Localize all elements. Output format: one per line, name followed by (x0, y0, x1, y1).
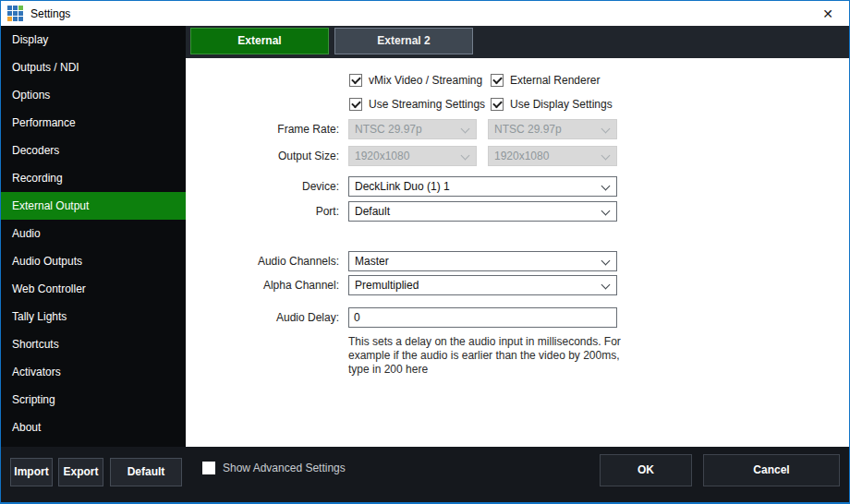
sidebar-item-performance[interactable]: Performance (1, 109, 186, 137)
export-button[interactable]: Export (58, 458, 103, 486)
sidebar-item-tally-lights[interactable]: Tally Lights (1, 303, 186, 330)
default-button[interactable]: Default (110, 458, 182, 486)
cancel-button[interactable]: Cancel (703, 454, 840, 486)
chevron-down-icon (601, 281, 611, 290)
chevron-down-icon (461, 151, 470, 161)
external-output-panel: vMix Video / Streaming External Renderer… (186, 58, 849, 447)
alpha-channel-dropdown[interactable]: Premultiplied (348, 275, 617, 295)
chevron-down-icon (601, 207, 611, 216)
audio-channels-label: Audio Channels: (186, 251, 339, 271)
alpha-channel-label: Alpha Channel: (186, 275, 339, 295)
footer-bar: Import Export Default Show Advanced Sett… (1, 447, 849, 502)
audio-channels-value: Master (355, 255, 389, 268)
frame-rate-label: Frame Rate: (186, 119, 339, 139)
port-dropdown[interactable]: Default (348, 201, 617, 222)
sidebar-item-web-controller[interactable]: Web Controller (1, 275, 186, 303)
external-tabs-bar: External External 2 (186, 26, 849, 58)
output-size-value-2: 1920x1080 (494, 150, 549, 162)
device-value: DeckLink Duo (1) 1 (355, 180, 450, 193)
sidebar-item-outputs-ndi[interactable]: Outputs / NDI (1, 54, 186, 81)
import-button[interactable]: Import (10, 458, 53, 486)
tab-external[interactable]: External (190, 28, 329, 54)
use-display-settings-label: Use Display Settings (510, 98, 613, 111)
sidebar-item-audio-outputs[interactable]: Audio Outputs (1, 247, 186, 275)
output-size-label: Output Size: (186, 146, 339, 166)
frame-rate-dropdown-1: NTSC 29.97p (348, 119, 477, 139)
port-label: Port: (186, 201, 339, 222)
frame-rate-value-1: NTSC 29.97p (355, 123, 422, 136)
window-title: Settings (30, 7, 70, 20)
external-renderer-label: External Renderer (510, 74, 600, 87)
settings-sidebar: Display Outputs / NDI Options Performanc… (1, 26, 186, 447)
sidebar-item-options[interactable]: Options (1, 81, 186, 109)
external-renderer-checkbox[interactable] (491, 74, 504, 87)
show-advanced-settings-checkbox[interactable] (202, 462, 215, 474)
sidebar-item-scripting[interactable]: Scripting (1, 386, 186, 414)
sidebar-item-audio[interactable]: Audio (1, 220, 186, 247)
audio-delay-input[interactable] (348, 307, 617, 328)
sidebar-item-display[interactable]: Display (1, 26, 186, 54)
sidebar-item-decoders[interactable]: Decoders (1, 137, 186, 164)
audio-delay-help-text: This sets a delay on the audio input in … (348, 335, 639, 377)
frame-rate-dropdown-2: NTSC 29.97p (488, 119, 617, 139)
use-display-settings-checkbox[interactable] (491, 98, 504, 111)
chevron-down-icon (601, 182, 611, 191)
chevron-down-icon (601, 125, 611, 134)
frame-rate-value-2: NTSC 29.97p (494, 123, 562, 136)
audio-channels-dropdown[interactable]: Master (348, 251, 617, 271)
alpha-channel-value: Premultiplied (355, 279, 419, 292)
close-icon[interactable]: ✕ (807, 1, 849, 26)
use-streaming-settings-checkbox[interactable] (349, 98, 362, 111)
output-size-value-1: 1920x1080 (355, 150, 409, 162)
tab-external-2[interactable]: External 2 (334, 28, 473, 54)
sidebar-item-activators[interactable]: Activators (1, 358, 186, 386)
audio-delay-label: Audio Delay: (186, 307, 339, 328)
output-size-dropdown-2: 1920x1080 (488, 146, 617, 166)
show-advanced-settings-label: Show Advanced Settings (223, 462, 346, 474)
use-streaming-settings-label: Use Streaming Settings (369, 98, 485, 111)
output-size-dropdown-1: 1920x1080 (348, 146, 477, 166)
sidebar-item-about[interactable]: About (1, 414, 186, 441)
vmix-logo-icon (7, 6, 23, 21)
sidebar-item-shortcuts[interactable]: Shortcuts (1, 330, 186, 358)
settings-window: Settings ✕ Display Outputs / NDI Options… (0, 0, 850, 504)
sidebar-item-recording[interactable]: Recording (1, 164, 186, 192)
device-dropdown[interactable]: DeckLink Duo (1) 1 (348, 176, 617, 197)
vmix-video-streaming-label: vMix Video / Streaming (369, 74, 482, 87)
device-label: Device: (186, 176, 339, 197)
title-bar: Settings ✕ (1, 1, 849, 26)
vmix-video-streaming-checkbox[interactable] (349, 74, 362, 87)
port-value: Default (355, 205, 390, 218)
chevron-down-icon (461, 125, 470, 134)
ok-button[interactable]: OK (600, 454, 692, 486)
chevron-down-icon (601, 257, 611, 266)
chevron-down-icon (601, 151, 611, 161)
sidebar-item-external-output[interactable]: External Output (1, 192, 186, 220)
